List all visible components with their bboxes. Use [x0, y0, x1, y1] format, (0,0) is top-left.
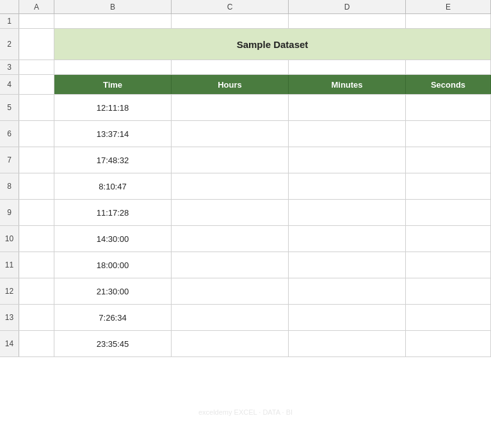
data-rows: 5 12:11:18 6 13:37:14 7 17:48:32 8 8:10:… — [0, 95, 491, 357]
cell-seconds-14[interactable] — [406, 331, 491, 356]
cell-hours-9[interactable] — [172, 200, 289, 225]
cell-hours-12[interactable] — [172, 278, 289, 304]
cell-time-11[interactable]: 18:00:00 — [54, 252, 172, 278]
row-num-7: 7 — [0, 147, 19, 173]
cell-a2[interactable] — [19, 29, 54, 60]
cell-time-10[interactable]: 14:30:00 — [54, 226, 172, 252]
corner-cell — [0, 0, 19, 13]
cell-minutes-13[interactable] — [289, 305, 406, 330]
col-header-e: E — [406, 0, 491, 13]
cell-minutes-9[interactable] — [289, 200, 406, 225]
cell-hours-10[interactable] — [172, 226, 289, 252]
cell-minutes-8[interactable] — [289, 173, 406, 199]
row-num-3: 3 — [0, 60, 19, 74]
cell-hours-7[interactable] — [172, 147, 289, 173]
cell-seconds-6[interactable] — [406, 121, 491, 147]
col-header-seconds[interactable]: Seconds — [406, 75, 491, 94]
row-num-11: 11 — [0, 252, 19, 278]
cell-seconds-11[interactable] — [406, 252, 491, 278]
cell-hours-11[interactable] — [172, 252, 289, 278]
cell-a4[interactable] — [19, 75, 54, 94]
col-header-hours[interactable]: Hours — [172, 75, 289, 94]
cell-hours-6[interactable] — [172, 121, 289, 147]
cell-minutes-7[interactable] — [289, 147, 406, 173]
cell-d1[interactable] — [289, 14, 406, 28]
cell-seconds-10[interactable] — [406, 226, 491, 252]
cell-minutes-10[interactable] — [289, 226, 406, 252]
cell-seconds-12[interactable] — [406, 278, 491, 304]
cell-time-6[interactable]: 13:37:14 — [54, 121, 172, 147]
col-header-b: B — [54, 0, 172, 13]
cell-e3[interactable] — [406, 60, 491, 74]
row-num-1: 1 — [0, 14, 19, 28]
cell-hours-13[interactable] — [172, 305, 289, 330]
cell-seconds-9[interactable] — [406, 200, 491, 225]
row-14: 14 23:35:45 — [0, 331, 491, 357]
row-num-13: 13 — [0, 305, 19, 330]
cell-hours-5[interactable] — [172, 95, 289, 120]
col-header-a: A — [19, 0, 54, 13]
cell-hours-14[interactable] — [172, 331, 289, 356]
cell-a9[interactable] — [19, 200, 54, 225]
row-num-10: 10 — [0, 226, 19, 252]
row-12: 12 21:30:00 — [0, 278, 491, 305]
cell-seconds-5[interactable] — [406, 95, 491, 120]
cell-seconds-13[interactable] — [406, 305, 491, 330]
row-11: 11 18:00:00 — [0, 252, 491, 278]
col-header-c: C — [172, 0, 289, 13]
row-3: 3 — [0, 60, 491, 75]
cell-minutes-12[interactable] — [289, 278, 406, 304]
row-1: 1 — [0, 14, 491, 29]
cell-a13[interactable] — [19, 305, 54, 330]
watermark: exceldemy EXCEL · DATA · BI — [198, 408, 293, 416]
cell-d3[interactable] — [289, 60, 406, 74]
row-num-12: 12 — [0, 278, 19, 304]
col-header-d: D — [289, 0, 406, 13]
cell-a10[interactable] — [19, 226, 54, 252]
cell-time-5[interactable]: 12:11:18 — [54, 95, 172, 120]
row-num-5: 5 — [0, 95, 19, 120]
cell-time-9[interactable]: 11:17:28 — [54, 200, 172, 225]
cell-hours-8[interactable] — [172, 173, 289, 199]
row-13: 13 7:26:34 — [0, 305, 491, 331]
cell-minutes-5[interactable] — [289, 95, 406, 120]
cell-c3[interactable] — [172, 60, 289, 74]
column-headers: A B C D E — [0, 0, 491, 14]
row-7: 7 17:48:32 — [0, 147, 491, 173]
cell-a6[interactable] — [19, 121, 54, 147]
cell-a12[interactable] — [19, 278, 54, 304]
cell-seconds-7[interactable] — [406, 147, 491, 173]
row-num-9: 9 — [0, 200, 19, 225]
cell-minutes-11[interactable] — [289, 252, 406, 278]
row-2: 2 Sample Dataset — [0, 29, 491, 60]
cell-e1[interactable] — [406, 14, 491, 28]
row-num-4: 4 — [0, 75, 19, 94]
cell-a7[interactable] — [19, 147, 54, 173]
cell-a11[interactable] — [19, 252, 54, 278]
row-4-headers: 4 Time Hours Minutes Seconds — [0, 75, 491, 95]
cell-time-8[interactable]: 8:10:47 — [54, 173, 172, 199]
col-header-minutes[interactable]: Minutes — [289, 75, 406, 94]
cell-a1[interactable] — [19, 14, 54, 28]
row-10: 10 14:30:00 — [0, 226, 491, 252]
cell-minutes-14[interactable] — [289, 331, 406, 356]
row-num-8: 8 — [0, 173, 19, 199]
cell-a5[interactable] — [19, 95, 54, 120]
cell-seconds-8[interactable] — [406, 173, 491, 199]
title-cell[interactable]: Sample Dataset — [54, 29, 491, 60]
row-9: 9 11:17:28 — [0, 200, 491, 226]
row-5: 5 12:11:18 — [0, 95, 491, 121]
cell-time-12[interactable]: 21:30:00 — [54, 278, 172, 304]
row-num-14: 14 — [0, 331, 19, 356]
cell-c1[interactable] — [172, 14, 289, 28]
cell-time-14[interactable]: 23:35:45 — [54, 331, 172, 356]
cell-time-7[interactable]: 17:48:32 — [54, 147, 172, 173]
cell-time-13[interactable]: 7:26:34 — [54, 305, 172, 330]
cell-minutes-6[interactable] — [289, 121, 406, 147]
cell-b1[interactable] — [54, 14, 172, 28]
cell-a8[interactable] — [19, 173, 54, 199]
cell-a3[interactable] — [19, 60, 54, 74]
cell-b3[interactable] — [54, 60, 172, 74]
col-header-time[interactable]: Time — [54, 75, 172, 94]
cell-a14[interactable] — [19, 331, 54, 356]
